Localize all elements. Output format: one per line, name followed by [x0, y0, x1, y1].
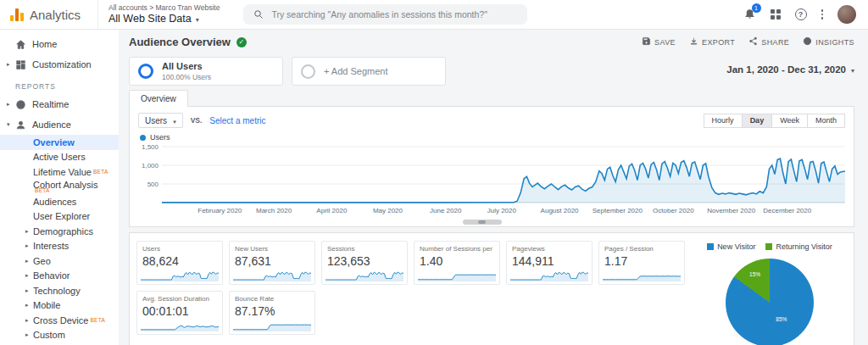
verified-check-icon: ✓	[236, 37, 247, 47]
share-button[interactable]: SHARE	[748, 36, 789, 47]
clock-icon	[15, 99, 32, 110]
sidebar-item-behavior[interactable]: ▸Behavior	[0, 269, 119, 284]
x-tick-label: December 2020	[763, 207, 811, 214]
sidebar-item-interests[interactable]: ▸Interests	[0, 239, 119, 254]
sidebar-item-customization[interactable]: ▸Customization	[0, 54, 119, 75]
x-tick-label: July 2020	[487, 207, 516, 214]
chevron-icon: ▸	[7, 101, 15, 108]
sidebar-item-cross-device[interactable]: ▸Cross DeviceBETA	[0, 313, 119, 328]
chevron-icon: ▸	[7, 61, 15, 68]
metric-value: 1.40	[420, 254, 494, 268]
chart-scroll-thumb[interactable]	[463, 220, 502, 225]
metric-value: 87,631	[235, 254, 309, 268]
sidebar-item-label: Geo	[33, 256, 51, 266]
analytics-home-link[interactable]: Analytics	[0, 0, 98, 29]
metric-card-sessions[interactable]: Sessions123,653	[321, 241, 408, 285]
metric-card-bounce-rate[interactable]: Bounce Rate87.17%	[229, 291, 315, 335]
pie-legend: New VisitorReturning Visitor	[693, 242, 847, 251]
page-title: Audience Overview	[129, 36, 231, 48]
granularity-week[interactable]: Week	[771, 114, 808, 128]
metric-label: Sessions	[327, 245, 402, 253]
action-label: SHARE	[761, 38, 789, 47]
save-button[interactable]: SAVE	[642, 36, 676, 47]
x-tick-label: August 2020	[541, 207, 579, 214]
legend-swatch-icon	[707, 243, 714, 250]
insights-button[interactable]: INSIGHTS	[803, 36, 854, 47]
metric-card-number-of-sessions-per-user[interactable]: Number of Sessions per User1.40	[414, 241, 500, 285]
sparkline	[510, 269, 588, 281]
export-icon	[689, 36, 698, 47]
metric-dropdown[interactable]: Users	[138, 113, 183, 128]
metric-card-avg-session-duration[interactable]: Avg. Session Duration00:01:01	[136, 291, 223, 335]
granularity-month[interactable]: Month	[807, 114, 845, 128]
metric-value: 88,624	[142, 254, 217, 268]
x-tick-label: February 2020	[198, 207, 242, 214]
x-tick-label: June 2020	[430, 207, 461, 214]
add-segment-button[interactable]: + Add Segment	[292, 57, 446, 86]
sidebar-item-mobile[interactable]: ▸Mobile	[0, 298, 119, 314]
select-metric-link[interactable]: Select a metric	[209, 116, 265, 125]
sidebar-item-label: Active Users	[33, 152, 86, 162]
apps-grid-button[interactable]	[771, 9, 781, 19]
sidebar-item-overview[interactable]: Overview	[0, 135, 119, 150]
action-label: EXPORT	[702, 38, 735, 47]
sparkline	[233, 319, 311, 331]
chevron-down-icon	[173, 116, 176, 125]
home-icon	[15, 39, 32, 50]
users-line-chart: 5001,0001,500 February 2020March 2020Apr…	[138, 143, 845, 218]
date-range-selector[interactable]: Jan 1, 2020 - Dec 31, 2020	[726, 57, 854, 75]
sidebar-item-home[interactable]: Home	[0, 34, 119, 54]
sidebar-item-audience[interactable]: ▾Audience	[0, 114, 119, 135]
metric-value: 123,653	[327, 254, 402, 268]
x-tick-label: May 2020	[373, 207, 403, 214]
notifications-button[interactable]: 1	[743, 7, 756, 23]
sidebar-item-geo[interactable]: ▸Geo	[0, 253, 119, 269]
segment-subtitle: 100.00% Users	[162, 73, 211, 81]
export-button[interactable]: EXPORT	[689, 36, 735, 47]
sidebar-item-label: Interests	[33, 241, 69, 251]
help-icon[interactable]: ?	[795, 8, 807, 20]
tab-overview[interactable]: Overview	[129, 90, 188, 107]
sidebar-item-custom[interactable]: ▸Custom	[0, 328, 119, 343]
add-segment-label: + Add Segment	[324, 66, 388, 76]
legend-dot-icon	[140, 135, 146, 141]
chevron-down-icon	[851, 64, 854, 75]
more-menu-button[interactable]	[821, 9, 824, 19]
metric-label: New Users	[235, 245, 309, 253]
pie-legend-label: New Visitor	[717, 242, 755, 251]
sidebar-item-label: User Explorer	[33, 211, 90, 221]
metric-value: 00:01:01	[142, 304, 217, 318]
property-selector[interactable]: All Web Site Data	[108, 13, 220, 25]
sidebar-item-lifetime-value[interactable]: Lifetime ValueBETA	[0, 164, 119, 180]
granularity-day[interactable]: Day	[742, 114, 773, 128]
sidebar-item-active-users[interactable]: Active Users	[0, 150, 119, 165]
sidebar-item-audiences[interactable]: Audiences	[0, 194, 119, 209]
sidebar-item-label: Audience	[32, 120, 71, 130]
sidebar-item-label: Custom	[33, 330, 65, 340]
account-area: All accounts > Marco Tran Website All We…	[98, 3, 230, 25]
save-icon	[642, 36, 651, 47]
sidebar-item-label: Lifetime Value	[33, 167, 92, 177]
sidebar-item-user-explorer[interactable]: User Explorer	[0, 209, 119, 225]
sidebar-item-realtime[interactable]: ▸Realtime	[0, 94, 119, 114]
metric-card-users[interactable]: Users88,624	[136, 241, 223, 285]
sidebar-item-label: Cross Device	[33, 315, 88, 326]
sidebar-item-technology[interactable]: ▸Technology	[0, 283, 119, 298]
sidebar-item-cohort-analysis[interactable]: Cohort AnalysisBETA	[0, 180, 119, 195]
search-placeholder: Try searching "Any anomalies in sessions…	[271, 9, 487, 19]
chevron-icon: ▸	[25, 258, 33, 264]
metric-card-pageviews[interactable]: Pageviews144,911	[506, 241, 593, 285]
avatar[interactable]	[837, 5, 856, 24]
metric-label: Pageviews	[512, 245, 587, 253]
metric-card-pages-session[interactable]: Pages / Session1.17	[598, 241, 685, 285]
metric-label: Users	[142, 245, 217, 253]
search-bar[interactable]: Try searching "Any anomalies in sessions…	[243, 4, 527, 25]
metric-card-new-users[interactable]: New Users87,631	[229, 241, 315, 285]
sparkline	[233, 269, 311, 281]
sparkline	[326, 269, 403, 281]
segment-all-users[interactable]: All Users 100.00% Users	[129, 57, 283, 86]
granularity-hourly[interactable]: Hourly	[704, 114, 743, 128]
action-label: INSIGHTS	[815, 38, 854, 47]
sidebar-item-demographics[interactable]: ▸Demographics	[0, 224, 119, 239]
notification-badge: 1	[752, 3, 761, 13]
